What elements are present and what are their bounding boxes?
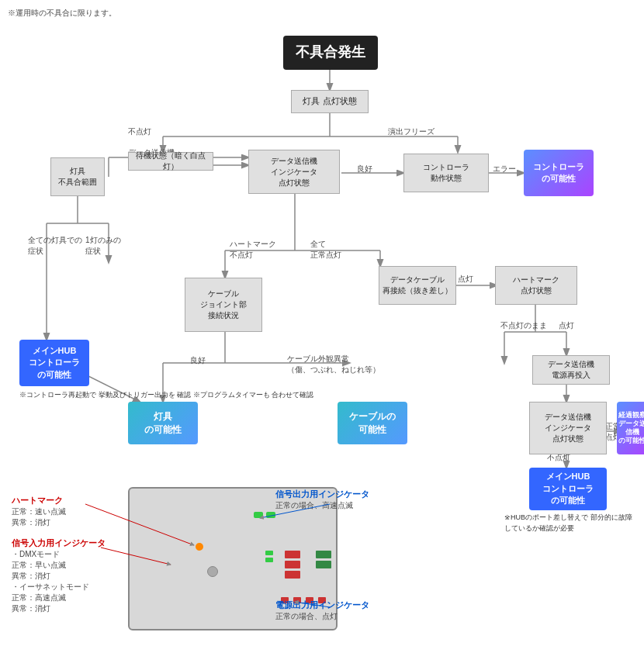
standby-box: 待機状態（暗く白点灯） <box>128 152 213 171</box>
label-all-lights: 全ての灯具での症状 <box>28 235 82 257</box>
signal-output-desc: 正常の場合、高速点滅 <box>275 500 369 511</box>
main-hub2-annotation: ※HUBのポート差し替えで 部分的に故障しているか確認が必要 <box>504 513 636 534</box>
dmx-label: ・DMXモード <box>12 549 106 560</box>
ethernet-abnormal: 異常：消灯 <box>12 603 106 614</box>
label-ryouko2: 良好 <box>190 355 206 366</box>
light-fault-box: 灯具不具合範囲 <box>50 157 105 196</box>
ethernet-label: ・イーサネットモード <box>12 582 106 592</box>
signal-input-label: 信号入力用インジケータ <box>12 537 106 549</box>
heartmark-abnormal: 異常：消灯 <box>12 517 66 528</box>
label-tento: 点灯 <box>458 274 473 285</box>
controller-possibility-box: コントローラの可能性 <box>524 150 594 196</box>
heartmark-normal: 正常：速い点滅 <box>12 506 66 517</box>
keikaku-box: 経過観察データ送信機の可能性 <box>617 402 644 454</box>
page: ※運用時の不具合に限ります。 <box>0 0 644 646</box>
label-one-light: 1灯のみの症状 <box>85 235 121 257</box>
label-fuhikari: 不点灯 <box>128 126 151 137</box>
ethernet-normal: 正常：高速点滅 <box>12 592 106 603</box>
signal-output-label: 信号出力用インジケータ <box>275 489 369 500</box>
cable-joint-box: ケーブルジョイント部接続状況 <box>185 278 262 332</box>
main-hub1-box: メインHUBコントローラの可能性 <box>19 340 89 386</box>
title-box: 不具合発生 <box>283 36 378 70</box>
label-error: エラー <box>493 164 516 174</box>
cable-possibility-box: ケーブルの可能性 <box>338 402 407 444</box>
light-possibility-box: 灯具の可能性 <box>128 402 198 444</box>
label-fuhikari-mama: 不点灯のまま <box>500 320 547 331</box>
data-tx-indicator-box: データ送信機インジケータ点灯状態 <box>248 150 340 194</box>
dmx-normal: 正常：早い点滅 <box>12 560 106 571</box>
main-hub1-annotation: ※コントローラ再起動で 挙動及びトリガー出力を 確認 ※プログラムタイマーも 合… <box>19 390 313 401</box>
data-tx-repower-box: データ送信機電源再投入 <box>532 355 610 385</box>
label-heartmark-fuhikari: ハートマーク不点灯 <box>230 239 276 261</box>
power-output-label: 電源出力用インジケータ <box>275 599 369 611</box>
data-tx-indicator2-box: データ送信機インジケータ点灯状態 <box>529 402 607 454</box>
signal-input-label-group: 信号入力用インジケータ ・DMXモード 正常：早い点滅 異常：消灯 ・イーサネッ… <box>12 537 106 614</box>
label-cable-abnormal: ケーブル外観異常（傷、つぶれ、ねじれ等） <box>287 354 380 375</box>
label-ryouko: 良好 <box>357 164 372 174</box>
dmx-abnormal: 異常：消灯 <box>12 571 106 582</box>
data-cable-box: データケーブル再接続（抜き差し） <box>379 266 456 305</box>
main-hub2-box: メインHUBコントローラの可能性 <box>529 468 607 510</box>
light-state-box: 灯具 点灯状態 <box>291 90 369 113</box>
signal-output-label-group: 信号出力用インジケータ 正常の場合、高速点滅 <box>275 489 369 511</box>
power-output-desc: 正常の場合、点灯 <box>275 611 369 622</box>
heartmark-label-group: ハートマーク 正常：速い点滅 異常：消灯 <box>12 495 66 528</box>
heartmark-label: ハートマーク <box>12 495 66 506</box>
page-note: ※運用時の不具合に限ります。 <box>8 8 636 19</box>
label-tento2: 点灯 <box>559 320 574 331</box>
label-enshufreezu: 演出フリーズ <box>388 126 435 137</box>
label-all-normal: 全て正常点灯 <box>310 239 341 261</box>
controller-state-box: コントローラ動作状態 <box>403 154 489 192</box>
power-output-label-group: 電源出力用インジケータ 正常の場合、点灯 <box>275 599 369 622</box>
heartmark-state-box: ハートマーク点灯状態 <box>495 266 577 305</box>
flowchart: 不点灯 演出フリーズ データ送信機1台分の症状 良好 エラー 全ての灯具での症状… <box>8 22 636 503</box>
